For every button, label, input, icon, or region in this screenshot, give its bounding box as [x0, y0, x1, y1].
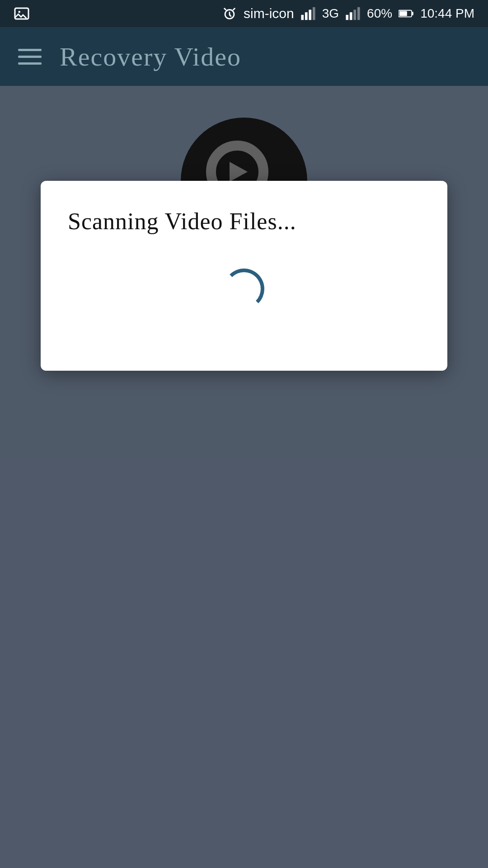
sim-number: sim-icon [244, 6, 294, 21]
svg-rect-7 [346, 15, 349, 20]
svg-rect-6 [313, 7, 315, 20]
app-title: Recovery Video [60, 42, 241, 72]
battery-percentage: 60% [367, 6, 392, 21]
svg-rect-8 [350, 12, 352, 20]
dialog-title: Scanning Video Files... [68, 208, 296, 235]
svg-rect-0 [15, 8, 28, 19]
app-bar: Recovery Video [0, 27, 488, 86]
signal-strength-icon [345, 6, 361, 21]
battery-icon [399, 6, 414, 21]
main-content: MORE SHARE Scanning Video Files... [0, 86, 488, 868]
time-display: 10:44 PM [420, 6, 474, 21]
svg-rect-13 [399, 11, 407, 16]
scanning-dialog: Scanning Video Files... [41, 181, 447, 371]
signal-bars-icon [300, 6, 316, 21]
svg-rect-9 [354, 10, 357, 20]
svg-rect-12 [412, 12, 413, 15]
svg-rect-10 [357, 7, 360, 20]
alarm-icon [222, 6, 237, 21]
svg-rect-4 [305, 12, 308, 20]
loading-spinner [224, 269, 264, 309]
spinner-container [68, 262, 420, 316]
network-type: 3G [322, 6, 339, 21]
svg-point-1 [19, 11, 21, 13]
svg-rect-5 [309, 10, 311, 20]
status-bar: sim-icon 3G 60% 10:44 PM [0, 0, 488, 27]
hamburger-menu-button[interactable] [18, 49, 42, 65]
photo-icon [14, 5, 30, 22]
dialog-overlay: Scanning Video Files... [0, 86, 488, 868]
svg-rect-3 [301, 15, 304, 20]
